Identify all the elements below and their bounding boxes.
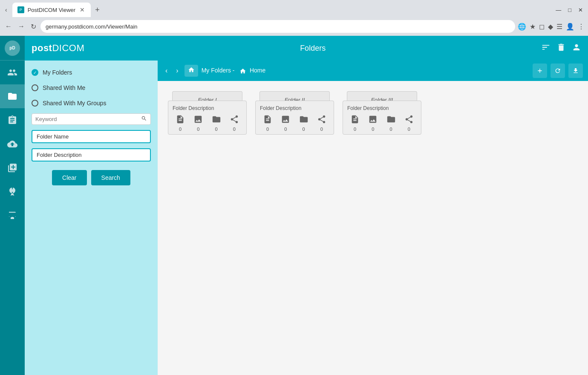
nav-label-my-folders: My Folders <box>43 69 72 76</box>
logo-post: post <box>32 43 52 53</box>
page-title: Folders <box>84 44 541 53</box>
stat-num-3-1: 0 <box>372 127 374 132</box>
stat-icon-report-2 <box>263 115 272 126</box>
browser-tab[interactable]: P PostDICOM Viewer ✕ <box>12 3 91 17</box>
menu-icon[interactable]: ⋮ <box>578 23 585 31</box>
folder-stats-2: 0 0 <box>260 115 329 132</box>
folder-stats-3: 0 0 <box>347 115 417 132</box>
folder-stat-3-0: 0 <box>350 115 360 132</box>
folder-description-2: Folder Description <box>260 105 329 111</box>
folder-stats-1: 0 0 <box>173 115 242 132</box>
translate-icon: 🌐 <box>518 23 526 31</box>
folder-stat-2-1: 0 <box>281 115 290 132</box>
tab-title: PostDICOM Viewer <box>28 7 75 13</box>
sort-icon[interactable] <box>541 43 551 54</box>
rail-icon-assignments[interactable] <box>0 108 25 132</box>
tab-back-button[interactable]: ‹ <box>3 6 9 14</box>
user-profile-icon[interactable] <box>572 43 581 54</box>
folder-stat-1-0: 0 <box>176 115 185 132</box>
folder-card-wrapper-1: Folder I Folder Description <box>168 101 247 135</box>
bookmark-icon[interactable]: ★ <box>530 23 536 31</box>
profile-icon[interactable]: 👤 <box>566 23 574 31</box>
rail-icon-analytics[interactable] <box>0 180 25 204</box>
rail-icon-worklist[interactable] <box>0 156 25 180</box>
stat-num-1-2: 0 <box>215 127 218 132</box>
stat-num-2-3: 0 <box>320 127 323 132</box>
extensions-icon[interactable]: ◆ <box>548 23 553 31</box>
folder-card-2[interactable]: Folder Description 0 <box>255 101 334 135</box>
add-folder-button[interactable] <box>533 63 547 78</box>
rail-logo: pD <box>0 36 25 61</box>
tab-favicon: P <box>17 6 24 13</box>
minimize-button[interactable]: — <box>556 7 561 13</box>
maximize-button[interactable]: □ <box>568 7 571 13</box>
search-button[interactable]: Search <box>91 170 130 185</box>
folder-stat-1-3: 0 <box>230 115 239 132</box>
folder-stat-1-2: 0 <box>212 115 221 132</box>
close-button[interactable]: ✕ <box>578 7 583 13</box>
address-bar-input[interactable]: germany.postdicom.com/Viewer/Main <box>40 20 515 33</box>
radio-shared-groups <box>32 100 38 107</box>
breadcrumb-home-icon <box>184 65 198 77</box>
logo-dicom: DICOM <box>52 43 84 53</box>
tab-search-icon[interactable]: ◻ <box>539 23 545 31</box>
folder-stat-2-2: 0 <box>299 115 308 132</box>
nav-item-my-folders[interactable]: My Folders <box>32 67 151 78</box>
rail-icon-patients[interactable] <box>0 61 25 84</box>
main-content: ‹ › My Folders - Home <box>158 61 588 375</box>
new-tab-button[interactable]: + <box>92 5 102 15</box>
folder-stat-3-3: 0 <box>404 115 414 132</box>
stat-icon-share <box>230 115 239 126</box>
reload-button[interactable]: ↻ <box>29 21 38 32</box>
stat-icon-images <box>193 115 203 126</box>
rail-icon-display[interactable] <box>0 204 25 228</box>
stat-icon-share-2 <box>317 115 326 126</box>
breadcrumb-back-button[interactable]: ‹ <box>163 65 170 76</box>
sidebar-toggle-icon[interactable]: ☰ <box>556 23 562 31</box>
nav-label-shared-with-groups: Shared With My Groups <box>43 100 106 107</box>
forward-button[interactable]: → <box>16 21 26 32</box>
nav-item-shared-with-groups[interactable]: Shared With My Groups <box>32 98 151 108</box>
header-actions <box>541 43 581 54</box>
rail-icon-upload[interactable] <box>0 132 25 156</box>
delete-icon[interactable] <box>556 43 566 54</box>
radio-my-folders <box>32 69 38 76</box>
breadcrumb-bar: ‹ › My Folders - Home <box>158 61 588 81</box>
stat-icon-report <box>176 115 185 126</box>
refresh-button[interactable] <box>551 63 565 78</box>
tab-close-button[interactable]: ✕ <box>79 6 86 13</box>
breadcrumb-path: My Folders - Home <box>202 67 266 74</box>
breadcrumb-forward-button[interactable]: › <box>173 65 181 76</box>
stat-icon-subfolder-3 <box>386 115 396 126</box>
stat-num-1-3: 0 <box>233 127 236 132</box>
folder-card-1[interactable]: Folder Description 0 <box>168 101 247 135</box>
rail-icon-folders[interactable] <box>0 84 25 108</box>
filter-folder-name[interactable]: Folder Name <box>32 130 151 143</box>
stat-num-2-0: 0 <box>266 127 269 132</box>
folders-grid: Folder I Folder Description <box>158 81 588 375</box>
back-button[interactable]: ← <box>3 21 14 32</box>
icon-rail: pD <box>0 36 25 375</box>
stat-icon-report-3 <box>350 115 360 126</box>
folder-description-3: Folder Description <box>347 105 417 111</box>
stat-icon-share-3 <box>404 115 414 126</box>
keyword-input[interactable] <box>35 116 141 122</box>
stat-icon-images-3 <box>368 115 378 126</box>
nav-item-shared-with-me[interactable]: Shared With Me <box>32 83 151 93</box>
folder-card-3[interactable]: Folder Description 0 <box>343 101 421 135</box>
export-button[interactable] <box>568 63 583 78</box>
stat-icon-subfolder <box>212 115 221 126</box>
clear-button[interactable]: Clear <box>52 170 86 185</box>
action-buttons: Clear Search <box>32 170 151 185</box>
stat-num-3-3: 0 <box>408 127 410 132</box>
app-logo: postDICOM <box>32 43 84 54</box>
stat-num-2-2: 0 <box>303 127 305 132</box>
stat-num-2-1: 0 <box>284 127 287 132</box>
breadcrumb-actions <box>533 63 583 78</box>
sidebar: My Folders Shared With Me Shared With My… <box>25 61 158 375</box>
filter-folder-description[interactable]: Folder Description <box>32 148 151 162</box>
keyword-search-icon <box>141 115 147 123</box>
folder-stat-3-2: 0 <box>386 115 396 132</box>
window-controls: — □ ✕ <box>556 7 585 13</box>
folder-card-wrapper-2: Folder II Folder Description <box>255 101 334 135</box>
